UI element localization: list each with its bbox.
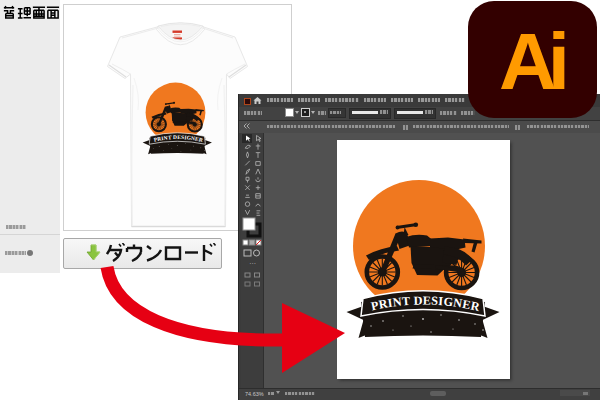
svg-text:Ai: Ai bbox=[499, 17, 570, 106]
